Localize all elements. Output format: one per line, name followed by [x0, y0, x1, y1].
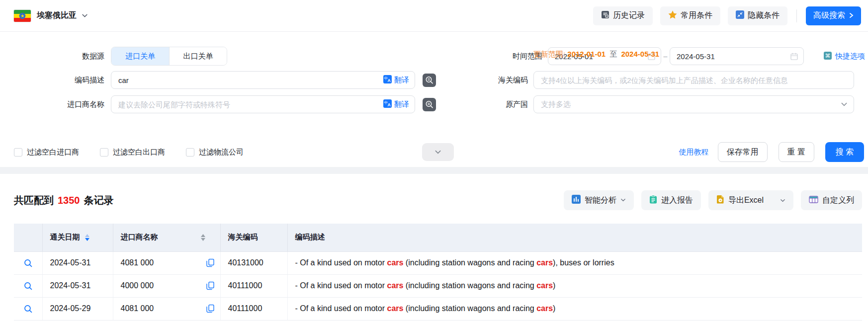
copy-icon[interactable]	[206, 282, 214, 290]
update-range-to: 2024-05-31	[621, 50, 659, 58]
view-detail-magnifier-icon[interactable]	[23, 281, 33, 291]
origin-country-placeholder: 支持多选	[541, 100, 571, 109]
tutorial-link[interactable]: 使用教程	[679, 148, 709, 157]
chevron-down-icon	[620, 196, 626, 205]
header-clearance-date[interactable]: 通关日期	[42, 224, 113, 251]
history-button-label: 历史记录	[613, 10, 645, 21]
hide-conditions-button[interactable]: 隐藏条件	[728, 6, 787, 25]
quick-options-button[interactable]: ⌘ 快捷选项	[824, 52, 865, 61]
svg-text:A: A	[388, 102, 391, 107]
translate-label: 翻译	[394, 76, 409, 85]
table-row: 2024-05-29 4081 000 40111000 - Of a kind…	[14, 297, 862, 320]
row-date: 2024-05-31	[42, 274, 113, 297]
advanced-search-button[interactable]: 高级搜索	[806, 6, 861, 25]
export-options-button[interactable]	[772, 190, 793, 210]
header-label: 编码描述	[295, 233, 325, 241]
country-selector-label[interactable]: 埃塞俄比亚	[37, 10, 77, 21]
ai-analysis-button[interactable]: 智能分析	[564, 190, 634, 210]
hs-code-input[interactable]	[533, 71, 854, 89]
row-hs-code: 40111000	[220, 274, 287, 297]
row-importer: 4081 000	[121, 304, 154, 313]
advanced-search-label: 高级搜索	[813, 10, 845, 21]
tab-export-declarations[interactable]: 出口关单	[169, 47, 227, 65]
save-conditions-button[interactable]: 保存常用	[718, 142, 768, 162]
filter-blank-importer-checkbox[interactable]	[14, 148, 22, 157]
time-range-label: 时间范围	[450, 52, 542, 61]
row-description: - Of a kind used on motor cars (includin…	[287, 274, 862, 297]
data-source-tabs: 进口关单 出口关单	[111, 47, 227, 66]
bi-chart-icon	[572, 195, 581, 206]
filter-label: 过滤空白出口商	[113, 148, 165, 157]
sort-control[interactable]	[201, 234, 205, 241]
header-importer-name[interactable]: 进口商名称	[113, 224, 220, 251]
form-row-codedesc-hscode: 编码描述 中A 翻译 海关编码	[0, 71, 868, 89]
view-detail-magnifier-icon[interactable]	[23, 304, 33, 314]
report-icon	[649, 195, 657, 206]
date-range-separator: –	[661, 52, 670, 60]
sort-control[interactable]	[85, 234, 89, 241]
export-excel-button[interactable]: 导出Excel	[708, 190, 772, 210]
favorites-button-label: 常用条件	[681, 10, 712, 21]
filter-logistics[interactable]: 过滤物流公司	[186, 148, 244, 157]
header-detail-icon-column	[14, 224, 42, 251]
update-range-to-word: 至	[609, 50, 617, 58]
importer-input[interactable]	[111, 95, 415, 113]
topbar: ★ 埃塞俄比亚 历史记录 常用条件	[0, 0, 868, 32]
tab-import-declarations[interactable]: 进口关单	[111, 47, 169, 65]
copy-icon[interactable]	[206, 305, 214, 313]
summary-suffix: 条记录	[84, 195, 114, 206]
keyword-highlight: cars	[387, 304, 403, 313]
filter-logistics-checkbox[interactable]	[186, 148, 194, 157]
filter-blank-exporter[interactable]: 过滤空白出口商	[100, 148, 165, 157]
update-range-note: 更新范围: 2012-01-01 至 2024-05-31	[533, 50, 659, 59]
hs-code-field	[533, 71, 854, 89]
view-detail-magnifier-icon[interactable]	[23, 258, 33, 268]
chevron-down-icon[interactable]	[82, 12, 88, 19]
data-source-label: 数据源	[0, 52, 104, 61]
quick-options-label: 快捷选项	[835, 52, 865, 61]
translate-button[interactable]: 中A 翻译	[383, 71, 409, 89]
importer-cell: 4000 000	[113, 274, 220, 297]
date-to-input[interactable]: 2024-05-31	[670, 47, 804, 65]
row-description: - Of a kind used on motor cars (includin…	[287, 251, 862, 274]
translate-button[interactable]: 中A 翻译	[383, 95, 409, 113]
translate-icon: 中A	[383, 75, 392, 85]
table-row: 2024-05-31 4000 000 40111000 - Of a kind…	[14, 274, 862, 297]
hs-code-group: 海关编码	[436, 71, 854, 89]
filter-label: 过滤空白进口商	[27, 148, 79, 157]
svg-text:★: ★	[20, 13, 24, 18]
keyword-highlight: cars	[536, 281, 553, 290]
fuzzy-search-icon[interactable]	[423, 98, 436, 111]
expand-form-button[interactable]	[422, 143, 454, 161]
command-icon: ⌘	[824, 52, 832, 61]
favorites-button[interactable]: 常用条件	[660, 6, 720, 25]
reset-button[interactable]: 重 置	[779, 142, 814, 162]
filter-blank-exporter-checkbox[interactable]	[100, 148, 108, 157]
export-excel-group: 导出Excel	[708, 190, 793, 210]
date-to-value: 2024-05-31	[677, 52, 715, 61]
code-desc-input[interactable]	[111, 71, 415, 89]
origin-country-select[interactable]: 支持多选	[533, 95, 854, 113]
search-form: 更新范围: 2012-01-01 至 2024-05-31 数据源 进口关单 出…	[0, 47, 868, 161]
ethiopia-flag-icon: ★	[14, 10, 31, 22]
results-summary: 共匹配到1350条记录	[14, 194, 114, 207]
filter-blank-importer[interactable]: 过滤空白进口商	[14, 148, 79, 157]
search-button[interactable]: 搜 索	[825, 142, 864, 162]
importer-cell: 4081 000	[113, 251, 220, 274]
topbar-actions: 历史记录 常用条件 隐藏条件 高级搜索	[593, 6, 861, 25]
results-table: 通关日期 进口商名称 海关编码	[14, 224, 862, 321]
hs-code-label: 海关编码	[436, 76, 528, 85]
row-date: 2024-05-29	[42, 297, 113, 320]
collapse-icon	[736, 10, 744, 21]
copy-icon[interactable]	[206, 259, 214, 267]
history-button[interactable]: 历史记录	[593, 6, 653, 25]
enter-report-button[interactable]: 进入报告	[641, 190, 701, 210]
fuzzy-search-icon[interactable]	[423, 74, 436, 87]
importer-cell: 4081 000	[113, 297, 220, 320]
filter-label: 过滤物流公司	[199, 148, 244, 157]
results-header: 共匹配到1350条记录 智能分析 进入报告 导出Excel	[0, 190, 868, 211]
origin-country-group: 原产国 支持多选	[436, 95, 854, 113]
customize-columns-button[interactable]: 自定义列	[801, 190, 862, 210]
hide-conditions-button-label: 隐藏条件	[748, 10, 780, 21]
chevron-right-icon	[849, 11, 854, 20]
